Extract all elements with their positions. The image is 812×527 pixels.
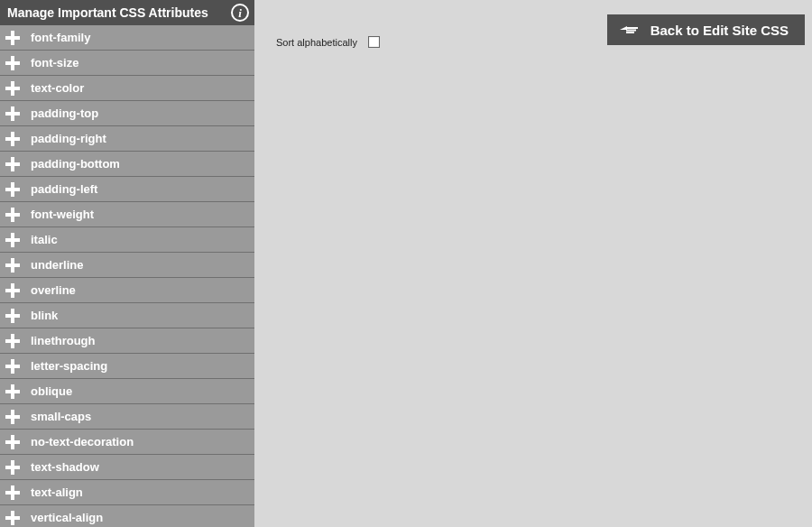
attribute-label: oblique (31, 384, 72, 398)
main-panel: Sort alphabetically Back to Edit Site CS… (254, 0, 812, 527)
attribute-item[interactable]: font-weight (0, 202, 254, 227)
attribute-item[interactable]: overline (0, 278, 254, 303)
plus-icon (5, 460, 20, 475)
attribute-item[interactable]: text-shadow (0, 455, 254, 480)
attribute-item[interactable]: padding-right (0, 126, 254, 152)
sidebar-header: Manage Important CSS Attributes i (0, 0, 254, 25)
attribute-item[interactable]: padding-top (0, 101, 254, 126)
attribute-label: blink (31, 309, 58, 322)
attribute-label: padding-right (31, 132, 106, 145)
attribute-item[interactable]: letter-spacing (0, 354, 254, 379)
attribute-label: text-align (31, 485, 83, 499)
attribute-label: font-family (31, 31, 90, 44)
attribute-item[interactable]: font-size (0, 51, 254, 76)
attribute-label: linethrough (31, 334, 96, 347)
attribute-item[interactable]: font-family (0, 25, 254, 51)
plus-icon (5, 359, 20, 374)
attribute-label: padding-left (31, 182, 97, 196)
attribute-label: underline (31, 258, 84, 272)
attribute-label: text-color (31, 81, 84, 95)
attribute-label: letter-spacing (31, 359, 107, 373)
plus-icon (5, 435, 20, 449)
attribute-item[interactable]: small-caps (0, 404, 254, 430)
plus-icon (5, 56, 20, 70)
sidebar: Manage Important CSS Attributes i font-f… (0, 0, 254, 527)
plus-icon (5, 182, 20, 197)
attribute-label: overline (31, 283, 76, 297)
attribute-item[interactable]: italic (0, 227, 254, 253)
attribute-label: text-shadow (31, 460, 99, 474)
attribute-label: small-caps (31, 410, 91, 423)
attribute-label: italic (31, 233, 58, 246)
attribute-label: font-size (31, 56, 78, 69)
attribute-item[interactable]: blink (0, 303, 254, 328)
sidebar-title: Manage Important CSS Attributes (7, 5, 208, 20)
back-button-label: Back to Edit Site CSS (651, 23, 789, 38)
plus-icon (5, 106, 20, 121)
attribute-item[interactable]: no-text-decoration (0, 430, 254, 455)
sort-row: Sort alphabetically (276, 36, 380, 48)
attribute-label: padding-bottom (31, 157, 120, 171)
attribute-item[interactable]: vertical-align (0, 505, 254, 527)
attribute-item[interactable]: padding-left (0, 177, 254, 202)
page: Manage Important CSS Attributes i font-f… (0, 0, 812, 527)
plus-icon (5, 208, 20, 222)
plus-icon (5, 31, 20, 45)
back-button[interactable]: Back to Edit Site CSS (607, 14, 805, 45)
plus-icon (5, 334, 20, 348)
attribute-item[interactable]: oblique (0, 379, 254, 404)
plus-icon (5, 132, 20, 146)
plus-icon (5, 81, 20, 96)
pointing-hand-icon (618, 22, 638, 38)
plus-icon (5, 511, 20, 525)
attribute-item[interactable]: text-color (0, 76, 254, 101)
info-button[interactable]: i (231, 4, 249, 22)
attribute-label: no-text-decoration (31, 435, 134, 448)
plus-icon (5, 258, 20, 273)
attribute-item[interactable]: padding-bottom (0, 152, 254, 177)
attribute-item[interactable]: text-align (0, 480, 254, 505)
plus-icon (5, 157, 20, 171)
info-icon: i (238, 7, 242, 19)
attribute-label: font-weight (31, 208, 94, 221)
plus-icon (5, 485, 20, 500)
attribute-item[interactable]: linethrough (0, 328, 254, 354)
plus-icon (5, 283, 20, 298)
attribute-list: font-familyfont-sizetext-colorpadding-to… (0, 25, 254, 527)
plus-icon (5, 233, 20, 247)
attribute-item[interactable]: underline (0, 253, 254, 278)
plus-icon (5, 410, 20, 424)
attribute-label: vertical-align (31, 511, 103, 524)
plus-icon (5, 309, 20, 323)
sort-label: Sort alphabetically (276, 37, 357, 48)
sort-checkbox[interactable] (368, 36, 380, 48)
attribute-label: padding-top (31, 106, 98, 120)
plus-icon (5, 384, 20, 399)
